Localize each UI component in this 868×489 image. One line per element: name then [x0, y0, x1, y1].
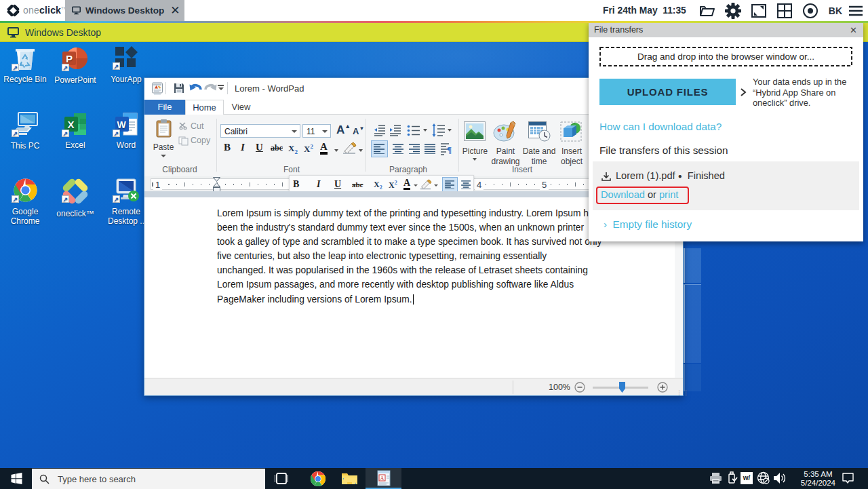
svg-text:A: A	[380, 475, 384, 482]
svg-text:¶: ¶	[447, 144, 452, 155]
svg-text:W: W	[117, 119, 127, 130]
svg-text:P: P	[66, 53, 73, 64]
svg-text:X: X	[68, 119, 75, 130]
